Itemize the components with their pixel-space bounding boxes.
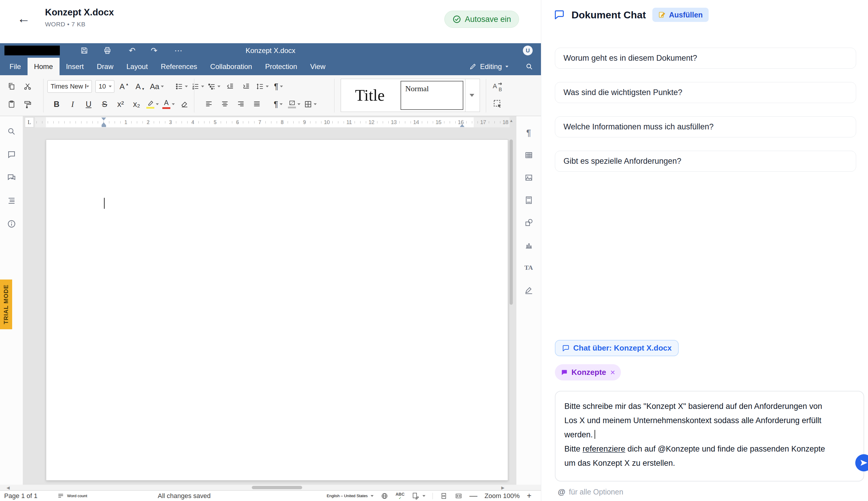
- chat-context-chip[interactable]: Chat über: Konzept X.docx: [555, 340, 679, 356]
- replace-button[interactable]: AB: [489, 79, 506, 94]
- tab-draw[interactable]: Draw: [91, 58, 120, 75]
- redo-button[interactable]: ↷: [148, 43, 161, 58]
- shape-settings-button[interactable]: [522, 216, 535, 229]
- zoom-in-button[interactable]: +: [527, 492, 531, 500]
- styles-gallery-expand[interactable]: [465, 79, 478, 111]
- clear-formatting-button[interactable]: [178, 97, 191, 111]
- chart-settings-button[interactable]: [522, 239, 535, 252]
- style-preview-title[interactable]: Title: [341, 79, 399, 111]
- suggestion-chip[interactable]: Gibt es spezielle Anforderungen?: [555, 151, 856, 172]
- chat-input[interactable]: Bitte schreibe mir das "Konzept X" basie…: [555, 391, 864, 481]
- paste-button[interactable]: [5, 97, 18, 111]
- tab-collaboration[interactable]: Collaboration: [204, 58, 258, 75]
- highlight-color-button[interactable]: [146, 97, 159, 111]
- increase-indent-button[interactable]: [240, 79, 252, 93]
- paragraph-settings-button[interactable]: ¶: [522, 126, 535, 139]
- cut-button[interactable]: [21, 79, 34, 93]
- styles-gallery[interactable]: Title Normal: [341, 79, 480, 112]
- fit-width-button[interactable]: [455, 492, 463, 500]
- zoom-out-button[interactable]: —: [469, 492, 478, 500]
- language-select[interactable]: English – United States: [327, 493, 374, 498]
- superscript-button[interactable]: x²: [114, 97, 127, 111]
- multilevel-list-button[interactable]: [208, 79, 220, 93]
- format-painter-button[interactable]: [21, 97, 34, 111]
- fit-page-button[interactable]: [440, 492, 448, 500]
- scrollbar-thumb[interactable]: [509, 139, 513, 305]
- first-line-indent-marker[interactable]: [101, 118, 106, 120]
- change-case-button[interactable]: Aa: [150, 79, 164, 93]
- remove-tag-button[interactable]: ×: [610, 368, 615, 377]
- document-language-button[interactable]: [381, 492, 388, 500]
- subscript-button[interactable]: x₂: [130, 97, 143, 111]
- suggestion-chip[interactable]: Was sind die wichtigsten Punkte?: [555, 82, 856, 103]
- hanging-indent-marker[interactable]: [101, 122, 106, 125]
- tab-protection[interactable]: Protection: [258, 58, 304, 75]
- print-button[interactable]: [101, 43, 114, 58]
- suggestion-chip[interactable]: Welche Informationen muss ich ausfüllen?: [555, 116, 856, 137]
- increase-font-button[interactable]: A▲: [118, 79, 130, 93]
- tab-references[interactable]: References: [154, 58, 204, 75]
- scrollbar-thumb[interactable]: [252, 486, 302, 489]
- tab-stop-selector[interactable]: L: [25, 117, 34, 127]
- tab-home[interactable]: Home: [28, 58, 60, 75]
- user-avatar[interactable]: U: [523, 46, 533, 55]
- word-count-button[interactable]: Word count: [57, 492, 87, 500]
- bullet-list-button[interactable]: [175, 79, 188, 93]
- bold-button[interactable]: B: [50, 97, 63, 111]
- signature-button[interactable]: [522, 284, 535, 297]
- font-name-select[interactable]: Times New Rom: [47, 80, 92, 93]
- find-button[interactable]: [5, 125, 18, 138]
- back-button[interactable]: ←: [17, 12, 30, 25]
- scroll-right-button[interactable]: ▶: [501, 485, 505, 490]
- italic-button[interactable]: I: [66, 97, 79, 111]
- comments-button[interactable]: [5, 148, 18, 161]
- align-right-button[interactable]: [235, 97, 247, 111]
- tab-layout[interactable]: Layout: [120, 58, 154, 75]
- autosave-toggle[interactable]: Autosave ein: [444, 11, 519, 28]
- font-size-select[interactable]: 10: [95, 80, 114, 93]
- text-art-button[interactable]: TA: [522, 261, 535, 274]
- tab-file[interactable]: File: [3, 58, 28, 75]
- editing-mode-button[interactable]: Editing: [469, 58, 508, 75]
- decrease-indent-button[interactable]: [224, 79, 236, 93]
- justify-button[interactable]: [251, 97, 263, 111]
- scroll-left-button[interactable]: ◀: [7, 485, 10, 490]
- document-page[interactable]: [46, 139, 508, 481]
- horizontal-scrollbar[interactable]: ◀ ▶: [0, 485, 541, 490]
- decrease-font-button[interactable]: A▼: [134, 79, 146, 93]
- scroll-up-button[interactable]: ▲: [509, 118, 514, 123]
- underline-button[interactable]: U: [82, 97, 95, 111]
- image-settings-button[interactable]: [522, 171, 535, 184]
- knowledge-tag-chip[interactable]: Konzepte ×: [555, 364, 621, 381]
- paragraph-marks-button[interactable]: ¶: [272, 79, 285, 93]
- tab-view[interactable]: View: [304, 58, 332, 75]
- strikethrough-button[interactable]: S: [98, 97, 111, 111]
- table-settings-button[interactable]: [522, 149, 535, 162]
- save-button[interactable]: [78, 43, 91, 58]
- vertical-scrollbar[interactable]: [509, 129, 514, 483]
- right-indent-marker[interactable]: [460, 124, 465, 127]
- more-actions-button[interactable]: ⋯: [172, 43, 185, 58]
- shading-button[interactable]: [288, 97, 300, 111]
- copy-button[interactable]: [5, 79, 18, 93]
- track-changes-button[interactable]: [412, 492, 425, 500]
- header-footer-button[interactable]: [522, 194, 535, 207]
- spellcheck-button[interactable]: ABC ✓: [395, 492, 404, 500]
- select-all-button[interactable]: [489, 97, 506, 111]
- undo-button[interactable]: ↶: [126, 43, 139, 58]
- align-left-button[interactable]: [203, 97, 215, 111]
- tab-insert[interactable]: Insert: [60, 58, 91, 75]
- navigation-button[interactable]: [5, 194, 18, 207]
- borders-button[interactable]: [304, 97, 317, 111]
- fill-document-button[interactable]: Ausfüllen: [652, 8, 709, 22]
- suggestion-chip[interactable]: Worum geht es in diesem Dokument?: [555, 48, 856, 69]
- about-button[interactable]: [5, 217, 18, 230]
- style-preview-normal[interactable]: Normal: [401, 81, 463, 110]
- chat-button[interactable]: [5, 171, 18, 184]
- align-center-button[interactable]: [219, 97, 231, 111]
- font-color-button[interactable]: A: [162, 97, 175, 111]
- line-spacing-button[interactable]: [256, 79, 269, 93]
- toolbar-search-button[interactable]: [526, 58, 533, 75]
- nonprinting-chars-button[interactable]: ¶: [272, 97, 284, 111]
- numbered-list-button[interactable]: [191, 79, 204, 93]
